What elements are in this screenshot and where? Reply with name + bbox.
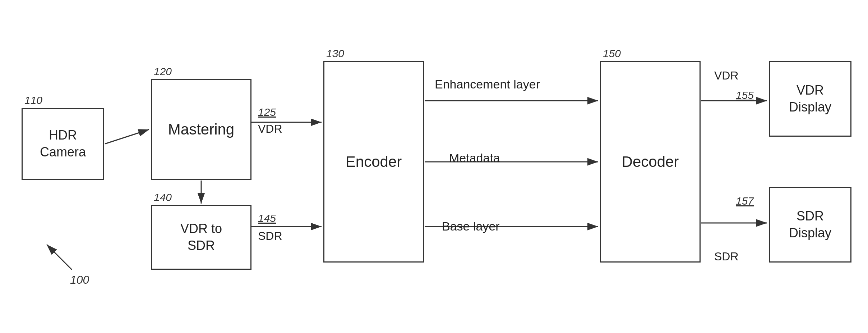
label-145: 145 bbox=[258, 212, 276, 224]
encoder-label: Encoder bbox=[346, 152, 402, 172]
encoder-block: Encoder bbox=[323, 61, 424, 263]
sdr-display-block: SDRDisplay bbox=[769, 187, 851, 263]
label-vdr-out: VDR bbox=[258, 122, 282, 136]
svg-line-1 bbox=[105, 129, 149, 144]
hdr-camera-block: HDRCamera bbox=[22, 108, 104, 180]
label-120: 120 bbox=[154, 65, 172, 78]
vdr-to-sdr-label: VDR toSDR bbox=[180, 220, 222, 254]
label-vdr-top: VDR bbox=[714, 69, 739, 82]
vdr-to-sdr-block: VDR toSDR bbox=[151, 205, 251, 270]
decoder-label: Decoder bbox=[622, 152, 679, 172]
svg-line-10 bbox=[47, 245, 72, 270]
label-110: 110 bbox=[24, 94, 42, 106]
label-140: 140 bbox=[154, 191, 172, 204]
sdr-display-label: SDRDisplay bbox=[789, 208, 831, 242]
label-enhancement-layer: Enhancement layer bbox=[435, 77, 540, 91]
vdr-display-block: VDRDisplay bbox=[769, 61, 851, 137]
mastering-label: Mastering bbox=[168, 120, 234, 140]
mastering-block: Mastering bbox=[151, 79, 251, 180]
label-100: 100 bbox=[70, 273, 89, 287]
arrows-svg bbox=[0, 0, 868, 333]
decoder-block: Decoder bbox=[600, 61, 701, 263]
label-metadata: Metadata bbox=[449, 151, 500, 165]
label-130: 130 bbox=[326, 47, 344, 60]
diagram-container: HDRCamera 110 Mastering 120 VDR toSDR 14… bbox=[0, 0, 868, 333]
vdr-display-label: VDRDisplay bbox=[789, 82, 831, 116]
label-base-layer: Base layer bbox=[442, 219, 500, 233]
label-125: 125 bbox=[258, 106, 276, 118]
label-sdr-out: SDR bbox=[258, 229, 282, 243]
hdr-camera-label: HDRCamera bbox=[40, 127, 86, 161]
label-157: 157 bbox=[736, 195, 754, 207]
label-sdr-bottom: SDR bbox=[714, 250, 739, 263]
label-155: 155 bbox=[736, 89, 754, 101]
label-150: 150 bbox=[603, 47, 621, 60]
